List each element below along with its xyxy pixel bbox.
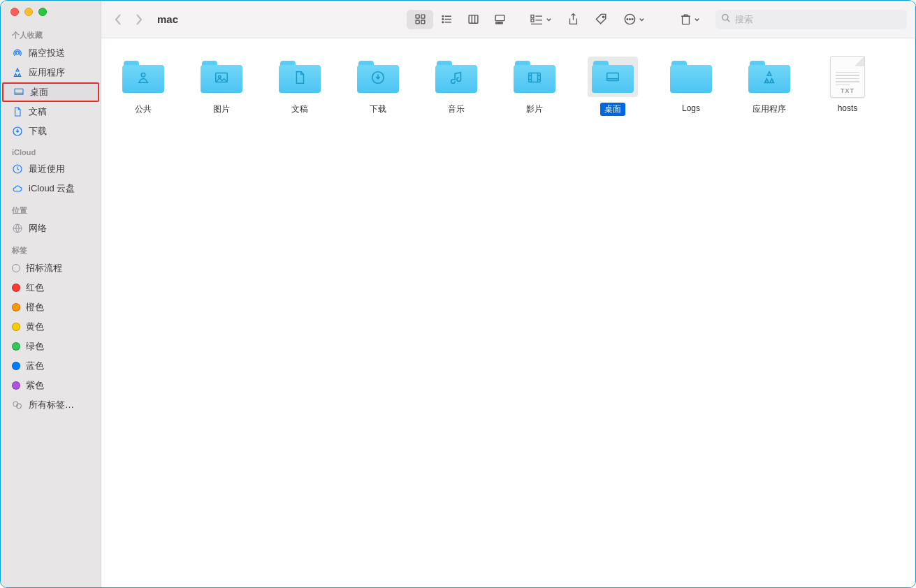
search-field[interactable] [715,10,907,29]
item-label: 应用程序 [748,103,790,116]
empty-trash-button[interactable] [680,13,700,26]
svg-point-11 [442,15,443,17]
view-list-button[interactable] [433,10,460,29]
desktop-icon [13,87,24,98]
tag-dot-icon [12,264,20,272]
window-title: mac [154,13,178,25]
sidebar-tag-item[interactable]: 招标流程 [1,258,101,278]
zoom-window-button[interactable] [38,8,47,16]
item-thumbnail [509,57,560,97]
finder-window: 个人收藏 隔空投送 应用程序 桌面 文稿 下载 iCloud 最近使用 iCl [0,0,916,588]
svg-point-24 [630,19,631,20]
item-thumbnail [118,57,168,97]
folder-item[interactable]: 影片 [495,51,574,126]
sidebar-item-label: 文稿 [29,105,47,118]
folder-icon [121,61,166,93]
applications-icon [12,67,23,78]
sidebar-item-label: 红色 [26,281,44,294]
view-columns-button[interactable] [460,10,486,29]
folder-icon [434,61,479,93]
sidebar-item-label: 所有标签… [29,399,74,411]
svg-rect-8 [421,15,424,18]
svg-rect-17 [498,22,500,24]
svg-rect-19 [531,15,534,17]
sidebar-item-desktop[interactable]: 桌面 [2,82,99,102]
item-thumbnail [744,57,794,97]
airdrop-icon [12,47,23,59]
tag-dot-icon [12,303,20,311]
file-item[interactable]: TXThosts [808,51,887,126]
window-controls [1,8,101,23]
view-icons-button[interactable] [407,10,433,29]
svg-point-0 [16,52,19,54]
toolbar-right-group [662,13,711,26]
sidebar-item-label: 下载 [29,125,47,138]
svg-point-23 [627,19,628,20]
tag-dot-icon [12,342,20,351]
folder-item[interactable]: 公共 [104,51,182,126]
folder-item[interactable]: 图片 [182,51,261,126]
item-thumbnail [588,57,638,97]
tag-dot-icon [12,323,20,331]
item-grid: 公共图片文稿下载音乐影片桌面Logs应用程序TXThosts [104,51,913,126]
minimize-window-button[interactable] [24,8,33,16]
svg-point-28 [141,73,145,78]
back-button[interactable] [114,13,122,26]
sidebar-tag-blue[interactable]: 蓝色 [1,356,101,376]
item-label: 影片 [522,103,547,116]
svg-rect-7 [416,15,419,18]
tag-dot-icon [12,381,20,390]
svg-rect-26 [683,16,690,24]
nav-arrows [110,13,150,26]
folder-icon [747,61,792,93]
close-window-button[interactable] [10,8,19,16]
view-gallery-button[interactable] [486,10,513,29]
content-area[interactable]: 公共图片文稿下载音乐影片桌面Logs应用程序TXThosts [101,38,915,587]
sidebar-heading-locations: 位置 [1,198,101,219]
sidebar-item-downloads[interactable]: 下载 [1,122,101,141]
item-label: hosts [834,103,862,114]
tag-dot-icon [12,284,20,292]
sidebar-tag-green[interactable]: 绿色 [1,337,101,356]
folder-item[interactable]: 桌面 [574,51,652,126]
svg-rect-32 [529,73,541,82]
sidebar-tag-red[interactable]: 红色 [1,278,101,297]
svg-rect-10 [421,20,424,24]
svg-rect-18 [500,22,502,24]
svg-rect-9 [416,20,419,24]
folder-icon [356,61,400,93]
folder-item[interactable]: Logs [652,51,730,126]
sidebar-item-icloud-drive[interactable]: iCloud 云盘 [1,179,101,198]
sidebar-item-network[interactable]: 网络 [1,219,101,238]
sidebar-all-tags[interactable]: 所有标签… [1,395,101,415]
svg-point-21 [602,16,604,17]
forward-button[interactable] [135,13,143,26]
sidebar-item-label: 黄色 [26,321,44,333]
item-label: 音乐 [444,103,469,116]
sidebar-tag-purple[interactable]: 紫色 [1,376,101,395]
sidebar-item-recents[interactable]: 最近使用 [1,159,101,179]
cloud-icon [12,183,23,194]
sidebar-item-airdrop[interactable]: 隔空投送 [1,43,101,63]
folder-item[interactable]: 下载 [339,51,417,126]
folder-item[interactable]: 文稿 [261,51,339,126]
svg-rect-15 [495,15,504,21]
search-input[interactable] [735,14,901,24]
action-button[interactable] [623,13,645,26]
item-thumbnail [353,57,403,97]
main-area: mac [101,1,915,587]
sidebar-tag-yellow[interactable]: 黄色 [1,317,101,337]
item-label: 公共 [131,103,156,116]
share-button[interactable] [567,13,579,27]
folder-item[interactable]: 应用程序 [730,51,808,126]
chevron-down-icon [546,13,552,26]
tags-button[interactable] [595,13,608,26]
sidebar-item-label: 蓝色 [26,360,44,372]
sidebar-tag-orange[interactable]: 橙色 [1,297,101,317]
sidebar-item-label: 绿色 [26,340,44,353]
group-by-button[interactable] [530,13,552,26]
documents-icon [12,106,23,117]
sidebar-item-applications[interactable]: 应用程序 [1,63,101,82]
folder-item[interactable]: 音乐 [417,51,495,126]
sidebar-item-documents[interactable]: 文稿 [1,102,101,122]
